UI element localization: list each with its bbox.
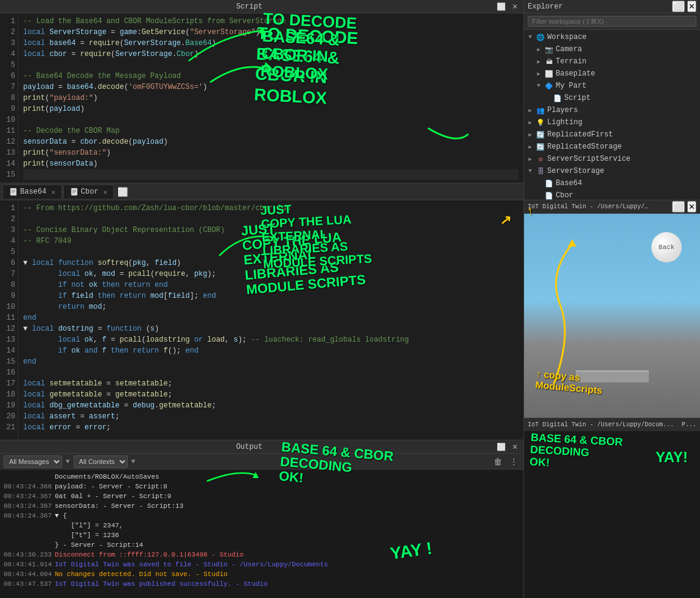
script-panel: Script ⬜ ✕ 12345 678910 1112131415 -- Lo… <box>0 0 523 183</box>
viewport-content[interactable]: Back IoT Digital Twin - /Users/Luppy/Doc… <box>524 214 700 431</box>
chevron-workspace: ▼ <box>527 33 534 41</box>
output-line: Documents/ROBLOX/AutoSaves <box>0 472 523 482</box>
output-line: 00:43:24.366 payload: - Server - Script:… <box>0 482 523 491</box>
output-panel: Output ⬜ ✕ All Messages ▼ All Contexts ▼… <box>0 440 523 598</box>
viewport-close-btn[interactable]: ✕ <box>687 201 696 213</box>
output-line: } - Server - Script:14 <box>0 540 523 550</box>
chevron-replicated-storage: ▶ <box>527 143 534 150</box>
cbor-icon: 📄 <box>544 191 554 200</box>
svg-rect-1 <box>12 190 15 191</box>
output-line: 00:43:41.914 IoT Digital Twin was saved … <box>0 560 523 569</box>
tabs-bar: Base64 ✕ Cbor ✕ ⬜ <box>0 183 523 200</box>
viewport-titlebar: IoT Digital Twin - /Users/Luppy/Document… <box>524 200 700 214</box>
output-close-btn[interactable]: ✕ <box>510 443 520 451</box>
viewport-area: IoT Digital Twin - /Users/Luppy/Document… <box>524 200 700 431</box>
output-toolbar: All Messages ▼ All Contexts ▼ 🗑 ⋮ <box>0 454 523 470</box>
tab-base64-close[interactable]: ✕ <box>51 188 55 196</box>
chevron-cbor <box>535 192 542 199</box>
workspace-icon: 🌐 <box>536 32 545 42</box>
output-settings-btn[interactable]: ⋮ <box>508 457 520 466</box>
tree-item-workspace[interactable]: ▼ 🌐 Workspace <box>524 31 700 43</box>
svg-rect-5 <box>72 190 76 191</box>
replicated-first-label: ReplicatedFirst <box>547 130 613 139</box>
lighting-icon: 💡 <box>536 118 545 127</box>
tree-item-players[interactable]: ▶ 👥 Players <box>524 104 700 116</box>
contexts-filter[interactable]: All Contexts <box>74 456 128 468</box>
minimize-btn[interactable]: ⬜ <box>495 2 508 11</box>
script-title: Script <box>4 2 495 11</box>
explorer-close-btn[interactable]: ✕ <box>687 1 696 12</box>
tree-item-serverscript[interactable]: ▶ ⚙ ServerScriptService <box>524 153 700 165</box>
close-btn[interactable]: ✕ <box>510 2 520 11</box>
chevron-lighting: ▶ <box>527 119 534 126</box>
terrain-icon: 🏔 <box>544 57 554 66</box>
tree-item-script[interactable]: 📄 Script <box>524 92 700 104</box>
script-icon: 📄 <box>553 93 562 103</box>
tree-item-baseplate[interactable]: ▶ ⬜ Baseplate <box>524 68 700 80</box>
camera-icon: 📷 <box>544 44 554 54</box>
tree-item-cbor[interactable]: 📄 Cbor <box>524 189 700 200</box>
output-line: 00:43:44.094 No changes detected. Did no… <box>0 569 523 579</box>
cbor-code-content[interactable]: -- From https://github.com/Zash/lua-cbor… <box>18 200 523 440</box>
chevron-serverstorage: ▼ <box>527 167 534 175</box>
tab-cbor-close[interactable]: ✕ <box>103 188 108 196</box>
output-line: 00:43:24.367 sensorData: - Server - Scri… <box>0 501 523 511</box>
chevron-script <box>544 94 551 102</box>
output-line: 00:43:47.537 IoT Digital Twin was publis… <box>0 579 523 589</box>
viewport-tab-label: P... <box>682 421 696 428</box>
svg-rect-2 <box>12 191 15 192</box>
search-input[interactable] <box>528 16 696 27</box>
tab-base64-label: Base64 <box>20 188 46 196</box>
chevron-base64 <box>535 180 542 187</box>
explorer-panel: Explorer ⬜ ✕ ▼ 🌐 Workspace ▶ 📷 Camera ▶ … <box>523 0 700 598</box>
chevron-replicated-first: ▶ <box>527 131 534 138</box>
output-titlebar: Output ⬜ ✕ <box>0 440 523 454</box>
script-titlebar: Script ⬜ ✕ <box>0 0 523 13</box>
tree-item-replicated-first[interactable]: ▶ 🔄 ReplicatedFirst <box>524 128 700 141</box>
explorer-search-area <box>524 13 700 30</box>
tab-expand-btn[interactable]: ⬜ <box>117 187 128 197</box>
script-label: Script <box>564 94 590 102</box>
base64-icon: 📄 <box>544 178 554 188</box>
lighting-label: Lighting <box>547 118 583 127</box>
tab-cbor[interactable]: Cbor ✕ <box>63 185 114 199</box>
explorer-title: Explorer <box>528 2 563 11</box>
tree-item-serverstorage[interactable]: ▼ 🗄 ServerStorage <box>524 165 700 177</box>
output-line: ["l"] = 2347, <box>0 521 523 530</box>
output-min-btn[interactable]: ⬜ <box>495 443 508 451</box>
camera-label: Camera <box>556 45 582 54</box>
viewport-min-btn[interactable]: ⬜ <box>672 201 685 213</box>
output-line: 00:43:24.367 0at 0al + - Server - Script… <box>0 491 523 501</box>
cbor-code-area[interactable]: 12345 678910 1112131415 1617181920 21 --… <box>0 200 523 440</box>
output-line: 00:43:30.233 Disconnect from ::ffff:127.… <box>0 550 523 560</box>
svg-rect-7 <box>72 192 75 193</box>
tree-item-base64[interactable]: 📄 Base64 <box>524 177 700 189</box>
3d-platform <box>576 370 649 382</box>
workspace-label: Workspace <box>547 33 587 41</box>
script-code-content[interactable]: -- Load the Base64 and CBOR ModuleScript… <box>18 13 523 183</box>
viewport-bottom-label: IoT Digital Twin - /Users/Luppy/Docum... <box>528 421 674 428</box>
tree-item-replicated-storage[interactable]: ▶ 🔄 ReplicatedStorage <box>524 141 700 153</box>
messages-filter[interactable]: All Messages <box>4 456 62 468</box>
explorer-min-btn[interactable]: ⬜ <box>672 1 685 12</box>
script-code-area[interactable]: 12345 678910 1112131415 -- Load the Base… <box>0 13 523 183</box>
output-clear-btn[interactable]: 🗑 <box>492 457 504 466</box>
svg-rect-3 <box>12 192 14 193</box>
output-title: Output <box>4 443 495 451</box>
tab-base64[interactable]: Base64 ✕ <box>2 185 62 199</box>
chevron-terrain: ▶ <box>535 58 542 65</box>
back-button[interactable]: Back <box>651 232 682 262</box>
tree-item-camera[interactable]: ▶ 📷 Camera <box>524 43 700 55</box>
explorer-titlebar: Explorer ⬜ ✕ <box>524 0 700 13</box>
tree-item-lighting[interactable]: ▶ 💡 Lighting <box>524 116 700 128</box>
tree-item-mypart[interactable]: ▼ 🔷 My Part <box>524 80 700 92</box>
terrain-label: Terrain <box>556 57 586 66</box>
tree-item-terrain[interactable]: ▶ 🏔 Terrain <box>524 55 700 68</box>
serverscript-icon: ⚙ <box>536 154 545 164</box>
script-line-numbers: 12345 678910 1112131415 <box>0 13 18 183</box>
output-content[interactable]: Documents/ROBLOX/AutoSaves 00:43:24.366 … <box>0 470 523 598</box>
chevron-players: ▶ <box>527 107 534 114</box>
players-icon: 👥 <box>536 105 545 115</box>
svg-rect-6 <box>72 191 76 192</box>
base64-label: Base64 <box>556 179 582 188</box>
